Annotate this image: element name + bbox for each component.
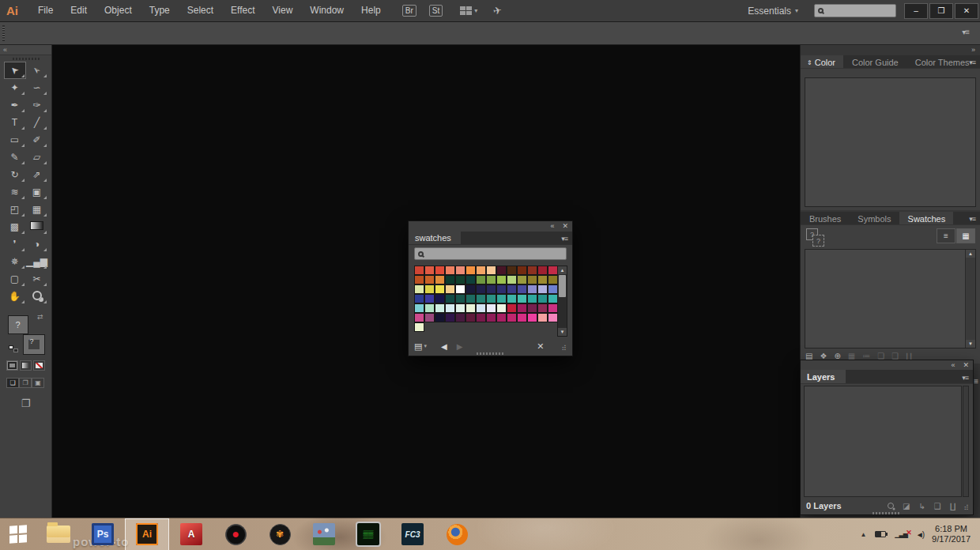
swatch[interactable] bbox=[424, 275, 435, 284]
perspective-grid-tool[interactable]: ▦ bbox=[26, 201, 48, 218]
search-input[interactable] bbox=[814, 4, 896, 17]
close-button[interactable]: ✕ bbox=[955, 3, 978, 19]
start-button[interactable] bbox=[0, 518, 36, 550]
swatch[interactable] bbox=[466, 275, 476, 284]
taskbar-illustrator[interactable]: Ai bbox=[125, 518, 169, 550]
tab-swatches[interactable]: Swatches bbox=[899, 212, 954, 224]
mesh-tool[interactable]: ▩ bbox=[4, 218, 26, 235]
gradient-button[interactable] bbox=[20, 360, 32, 371]
artboard-tool[interactable]: ▢ bbox=[4, 270, 26, 288]
grid-view-button[interactable]: ▦ bbox=[956, 228, 975, 243]
direct-selection-tool[interactable]: ➣ bbox=[26, 62, 48, 79]
paintbrush-tool[interactable]: ✐ bbox=[26, 131, 48, 149]
delete-layer-icon[interactable]: ∐ bbox=[950, 502, 956, 510]
swatch[interactable] bbox=[466, 313, 476, 322]
swatch[interactable] bbox=[517, 275, 527, 284]
menu-item[interactable]: Window bbox=[301, 0, 352, 21]
new-sublayer-icon[interactable]: ↳ bbox=[918, 502, 925, 510]
swatch[interactable] bbox=[414, 275, 424, 284]
tab-symbols[interactable]: Symbols bbox=[849, 212, 899, 224]
swatch[interactable] bbox=[496, 313, 507, 322]
rotate-tool[interactable]: ↻ bbox=[4, 166, 26, 183]
panel-resize-grip[interactable]: ⣴ bbox=[561, 342, 567, 350]
swatch[interactable] bbox=[414, 303, 424, 313]
locate-object-icon[interactable] bbox=[888, 502, 894, 510]
swatch[interactable] bbox=[476, 313, 486, 322]
swatch[interactable] bbox=[414, 322, 424, 332]
swap-fill-stroke-icon[interactable]: ⇄ bbox=[37, 313, 43, 321]
width-tool[interactable]: ≋ bbox=[4, 183, 26, 201]
draw-behind-button[interactable]: ❐ bbox=[19, 378, 32, 388]
default-fill-stroke-icon[interactable] bbox=[9, 345, 18, 352]
swatch[interactable] bbox=[445, 313, 455, 322]
tab-layers[interactable]: Layers bbox=[801, 370, 846, 383]
swatch-libraries-icon[interactable]: ▤ ▾ bbox=[414, 341, 427, 352]
swatch[interactable] bbox=[486, 284, 496, 294]
tools-panel-gripper[interactable] bbox=[13, 58, 40, 60]
swatch[interactable] bbox=[527, 303, 537, 313]
swatch[interactable] bbox=[445, 303, 455, 313]
swatch[interactable] bbox=[507, 294, 517, 303]
menu-item[interactable]: Object bbox=[96, 0, 141, 21]
menu-item[interactable]: Type bbox=[141, 0, 179, 21]
swatch[interactable] bbox=[424, 294, 435, 303]
swatch[interactable] bbox=[476, 275, 486, 284]
swatches-panel-header[interactable]: « ✕ bbox=[409, 221, 572, 232]
swatch[interactable] bbox=[537, 303, 548, 313]
draw-inside-button[interactable]: ▣ bbox=[32, 378, 44, 388]
swatch-scrollbar[interactable]: ▲ ▼ bbox=[557, 266, 567, 337]
swatch[interactable] bbox=[435, 275, 445, 284]
swatch[interactable] bbox=[517, 303, 527, 313]
menu-item[interactable]: Help bbox=[352, 0, 390, 21]
swatch[interactable] bbox=[517, 266, 527, 275]
draw-normal-button[interactable]: ❏ bbox=[6, 378, 19, 388]
swatch[interactable] bbox=[435, 294, 445, 303]
close-panel-icon[interactable]: ✕ bbox=[963, 361, 969, 369]
tab-color-guide[interactable]: Color Guide bbox=[843, 55, 906, 68]
swatch[interactable] bbox=[527, 294, 537, 303]
menu-item[interactable]: Effect bbox=[222, 0, 263, 21]
swatch[interactable] bbox=[496, 294, 507, 303]
tab-color[interactable]: ⇕Color bbox=[801, 55, 843, 68]
none-button[interactable] bbox=[33, 360, 45, 371]
stroke-color-box[interactable]: ? bbox=[24, 335, 44, 354]
selection-tool[interactable]: ➤ bbox=[4, 62, 26, 79]
collapse-panel-icon[interactable]: « bbox=[951, 361, 955, 369]
swatch[interactable] bbox=[496, 266, 507, 275]
close-panel-icon[interactable]: ✕ bbox=[562, 222, 568, 230]
taskbar-screen-recorder[interactable]: ● bbox=[213, 518, 258, 550]
minimize-button[interactable]: – bbox=[904, 3, 928, 19]
color-button[interactable] bbox=[6, 360, 18, 371]
clipping-mask-icon[interactable]: ◪ bbox=[903, 502, 910, 510]
taskbar-pes-2017[interactable] bbox=[302, 518, 346, 550]
scroll-up-icon[interactable]: ▲ bbox=[966, 250, 975, 258]
swatch[interactable] bbox=[486, 275, 496, 284]
swatch[interactable] bbox=[466, 266, 476, 275]
swatch[interactable] bbox=[517, 313, 527, 322]
swatch-search-input[interactable] bbox=[414, 247, 567, 260]
swatch[interactable] bbox=[537, 313, 548, 322]
gradient-tool[interactable] bbox=[26, 218, 48, 235]
swatch[interactable] bbox=[527, 284, 537, 294]
swatch[interactable] bbox=[527, 275, 537, 284]
swatch[interactable] bbox=[445, 266, 455, 275]
hidden-icons-chevron[interactable]: ▲ bbox=[860, 531, 866, 538]
scrollbar-thumb[interactable] bbox=[559, 275, 566, 297]
network-icon[interactable]: ▁▃▅✕ bbox=[895, 531, 906, 538]
swatch[interactable] bbox=[455, 275, 466, 284]
dock-collapse-button[interactable]: » bbox=[801, 45, 980, 55]
arrange-documents-icon[interactable]: ▾ bbox=[460, 6, 477, 15]
swatch[interactable] bbox=[496, 275, 507, 284]
rectangle-tool[interactable]: ▭ bbox=[4, 131, 26, 149]
swatch[interactable] bbox=[496, 284, 507, 294]
taskbar-photoshop[interactable]: Ps bbox=[81, 518, 125, 550]
swatch[interactable] bbox=[537, 284, 548, 294]
swatch[interactable] bbox=[445, 275, 455, 284]
swatch[interactable] bbox=[455, 266, 466, 275]
workspace-switcher[interactable]: Essentials ▾ bbox=[748, 6, 798, 17]
menu-item[interactable]: Select bbox=[179, 0, 222, 21]
layers-panel-header[interactable]: « ✕ bbox=[801, 360, 973, 370]
lasso-tool[interactable]: ∽ bbox=[26, 79, 48, 96]
panel-menu-icon[interactable]: ▾≡ bbox=[561, 235, 567, 243]
swatch[interactable] bbox=[445, 284, 455, 294]
